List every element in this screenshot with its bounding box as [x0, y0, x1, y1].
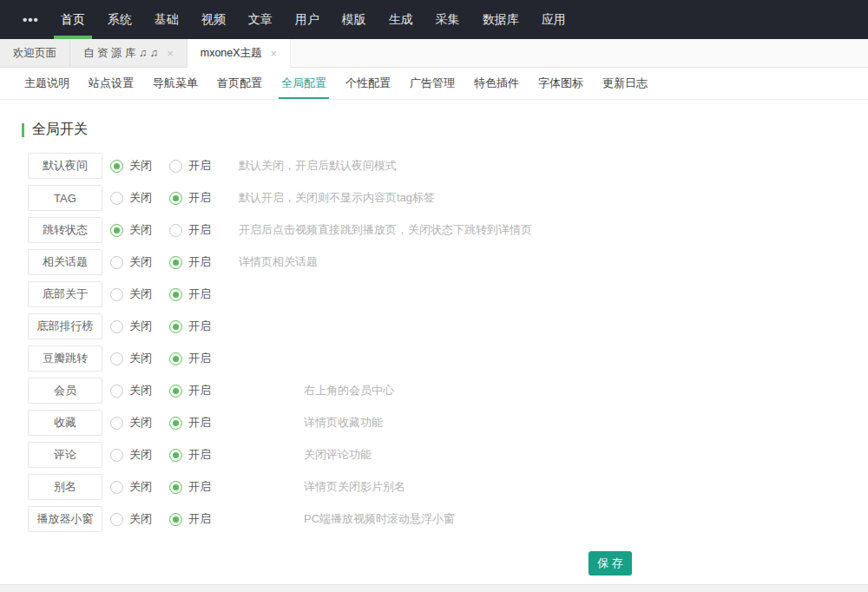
radio-circle-icon[interactable]: [110, 320, 123, 333]
radio-circle-icon[interactable]: [169, 481, 182, 494]
radio-off[interactable]: 关闭: [110, 447, 169, 463]
radio-on[interactable]: 开启: [169, 351, 228, 366]
save-button[interactable]: 保 存: [589, 551, 632, 576]
top-nav-item-文章[interactable]: 文章: [239, 0, 282, 39]
radio-circle-icon[interactable]: [110, 288, 123, 301]
radio-off[interactable]: 关闭: [110, 415, 169, 431]
top-nav-item-系统[interactable]: 系统: [98, 0, 141, 39]
radio-circle-icon[interactable]: [110, 481, 123, 494]
switch-row: 评论关闭开启关闭评论功能: [28, 442, 868, 468]
radio-on[interactable]: 开启: [169, 319, 228, 334]
settings-tab-广告管理[interactable]: 广告管理: [409, 68, 456, 99]
switch-label: 别名: [28, 474, 102, 500]
top-nav-item-用户[interactable]: 用户: [286, 0, 329, 39]
top-nav-item-数据库[interactable]: 数据库: [473, 0, 529, 39]
switch-label: 会员: [28, 378, 102, 404]
radio-off[interactable]: 关闭: [110, 222, 169, 238]
close-tab-icon[interactable]: ×: [271, 48, 278, 59]
switch-description: 详情页关闭影片别名: [304, 479, 405, 495]
radio-circle-icon[interactable]: [110, 192, 123, 205]
more-menu-icon[interactable]: •••: [23, 0, 39, 39]
window-tab[interactable]: 欢迎页面: [0, 39, 70, 68]
window-tab[interactable]: mxoneX主题×: [187, 39, 291, 68]
settings-tab-全局配置[interactable]: 全局配置: [280, 68, 327, 99]
radio-on[interactable]: 开启: [169, 158, 228, 174]
switch-label: 跳转状态: [28, 217, 102, 243]
settings-tab-首页配置[interactable]: 首页配置: [216, 68, 263, 99]
radio-circle-icon[interactable]: [169, 449, 182, 462]
radio-circle-icon[interactable]: [110, 224, 123, 237]
radio-circle-icon[interactable]: [110, 160, 123, 173]
radio-on[interactable]: 开启: [169, 222, 228, 238]
settings-tab-bar: 主题说明站点设置导航菜单首页配置全局配置个性配置广告管理特色插件字体图标更新日志: [0, 68, 868, 100]
radio-label: 关闭: [129, 286, 152, 302]
switch-label: 底部关于: [28, 281, 102, 307]
radio-circle-icon[interactable]: [169, 192, 182, 205]
radio-on[interactable]: 开启: [169, 286, 228, 302]
settings-tab-更新日志[interactable]: 更新日志: [602, 68, 648, 99]
radio-circle-icon[interactable]: [169, 288, 182, 301]
radio-label: 开启: [188, 351, 211, 366]
radio-label: 关闭: [129, 415, 152, 431]
settings-tab-主题说明[interactable]: 主题说明: [23, 68, 70, 99]
radio-circle-icon[interactable]: [110, 513, 123, 526]
radio-circle-icon[interactable]: [110, 352, 123, 365]
switch-label: 评论: [28, 442, 102, 468]
radio-off[interactable]: 关闭: [110, 383, 169, 398]
radio-on[interactable]: 开启: [169, 254, 228, 270]
radio-off[interactable]: 关闭: [110, 254, 169, 270]
top-nav-item-应用[interactable]: 应用: [532, 0, 575, 39]
top-nav-item-采集[interactable]: 采集: [426, 0, 470, 39]
radio-circle-icon[interactable]: [169, 160, 182, 173]
radio-label: 关闭: [129, 319, 152, 334]
switch-label: 相关话题: [28, 249, 102, 275]
radio-circle-icon[interactable]: [169, 256, 182, 269]
radio-on[interactable]: 开启: [169, 190, 228, 206]
top-nav-item-生成[interactable]: 生成: [379, 0, 423, 39]
radio-circle-icon[interactable]: [110, 385, 123, 398]
radio-circle-icon[interactable]: [169, 513, 182, 526]
settings-tab-导航菜单[interactable]: 导航菜单: [152, 68, 199, 99]
section-heading-text: 全局开关: [32, 121, 88, 139]
radio-off[interactable]: 关闭: [110, 158, 169, 174]
top-nav-item-模版[interactable]: 模版: [332, 0, 376, 39]
radio-on[interactable]: 开启: [169, 479, 228, 495]
settings-tab-字体图标[interactable]: 字体图标: [537, 68, 584, 99]
radio-label: 开启: [188, 447, 211, 463]
radio-on[interactable]: 开启: [169, 447, 228, 463]
window-tab[interactable]: 自 资 源 库 ♫ ♫×: [70, 39, 187, 68]
switch-description: 默认开启，关闭则不显示内容页tag标签: [239, 190, 435, 206]
radio-label: 关闭: [129, 511, 152, 527]
radio-on[interactable]: 开启: [169, 511, 228, 527]
radio-label: 关闭: [129, 222, 152, 238]
top-nav-item-首页[interactable]: 首页: [51, 0, 95, 39]
top-nav-bar: ••• 首页系统基础视频文章用户模版生成采集数据库应用: [0, 0, 868, 39]
top-nav-item-视频[interactable]: 视频: [192, 0, 235, 39]
radio-circle-icon[interactable]: [110, 417, 123, 430]
switch-description: 默认关闭，开启后默认夜间模式: [239, 158, 397, 174]
radio-off[interactable]: 关闭: [110, 511, 169, 527]
radio-circle-icon[interactable]: [110, 449, 123, 462]
settings-tab-站点设置[interactable]: 站点设置: [88, 68, 135, 99]
radio-off[interactable]: 关闭: [110, 479, 169, 495]
radio-circle-icon[interactable]: [169, 352, 182, 365]
settings-tab-特色插件[interactable]: 特色插件: [473, 68, 520, 99]
radio-on[interactable]: 开启: [169, 415, 228, 431]
radio-circle-icon[interactable]: [169, 385, 182, 398]
radio-circle-icon[interactable]: [169, 417, 182, 430]
radio-off[interactable]: 关闭: [110, 319, 169, 334]
switch-row: 底部排行榜关闭开启: [28, 313, 868, 339]
window-tab-label: 欢迎页面: [13, 46, 56, 61]
switch-label: TAG: [28, 185, 102, 211]
radio-circle-icon[interactable]: [110, 256, 123, 269]
radio-on[interactable]: 开启: [169, 383, 228, 398]
settings-tab-个性配置[interactable]: 个性配置: [345, 68, 391, 99]
close-tab-icon[interactable]: ×: [167, 48, 174, 59]
top-nav-item-基础[interactable]: 基础: [145, 0, 188, 39]
radio-off[interactable]: 关闭: [110, 351, 169, 366]
radio-circle-icon[interactable]: [169, 224, 182, 237]
radio-off[interactable]: 关闭: [110, 286, 169, 302]
radio-off[interactable]: 关闭: [110, 190, 169, 206]
radio-circle-icon[interactable]: [169, 320, 182, 333]
switch-row: 豆瓣跳转关闭开启: [28, 345, 868, 372]
